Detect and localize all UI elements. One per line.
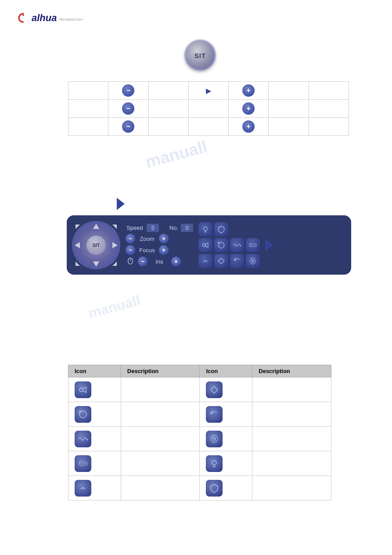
return-icon-btn[interactable]	[230, 254, 244, 268]
table-row: − +	[68, 100, 349, 118]
auto-icon-btn[interactable]	[214, 238, 228, 252]
table-row: − ▶ +	[68, 82, 349, 100]
plus-btn-3[interactable]: +	[242, 120, 255, 133]
no-label: No.	[169, 225, 178, 231]
minus-btn-1[interactable]: −	[122, 84, 134, 97]
focus-minus[interactable]: −	[126, 245, 135, 255]
iris-plus[interactable]: +	[171, 257, 181, 266]
table-row	[68, 427, 331, 451]
shield-icon-btn[interactable]	[214, 222, 228, 236]
flip-h-icon-btn[interactable]	[214, 254, 228, 268]
recycle-icon	[75, 406, 91, 423]
dir-right-arrow	[112, 242, 118, 248]
col-icon1: Icon	[68, 365, 121, 377]
return-icon	[206, 406, 223, 423]
table-row	[68, 451, 331, 476]
directional-pad[interactable]: SIT	[72, 221, 120, 269]
rotate-icon	[75, 480, 91, 497]
svg-marker-2	[76, 261, 80, 266]
zoom-label: Zoom	[138, 236, 156, 242]
brand-tagline: TECHNOLOGY	[58, 18, 83, 22]
dir-left-arrow	[75, 242, 80, 248]
table-row	[68, 402, 331, 427]
col-icon2: Icon	[200, 365, 252, 377]
ptz-panel: SIT Speed 5 No. 0 − Zoom + − Focus +	[67, 215, 351, 275]
sit-label-top: SIT	[194, 52, 206, 59]
speed-label: Speed	[126, 225, 144, 231]
sit-button-top[interactable]: SIT	[184, 40, 216, 71]
svg-marker-0	[76, 225, 80, 229]
zoom-row: − Zoom +	[126, 234, 193, 243]
svg-point-13	[252, 260, 254, 262]
flip-h-icon	[206, 381, 223, 398]
col-desc2: Description	[252, 365, 331, 377]
panel-expand-arrow[interactable]	[265, 239, 273, 251]
iris-label: Iris	[150, 258, 169, 265]
table-row	[68, 377, 331, 402]
minus-btn-2[interactable]: −	[122, 102, 134, 115]
svg-point-6	[204, 227, 207, 230]
plus-btn-2[interactable]: +	[242, 102, 255, 115]
plus-btn-1[interactable]: +	[242, 84, 255, 97]
speed-row: Speed 5 No. 0	[126, 224, 193, 232]
table-header-row: Icon Description Icon Description	[68, 365, 331, 377]
scan-icon	[75, 455, 91, 472]
record-icon-btn[interactable]	[198, 238, 212, 252]
play-arrow-1: ▶	[206, 87, 211, 94]
ptz-controls: Speed 5 No. 0 − Zoom + − Focus + −	[126, 224, 193, 266]
svg-point-9	[203, 243, 206, 247]
dir-dr-arrow	[110, 259, 117, 266]
dir-ur-arrow	[110, 225, 117, 232]
ptz-icon-grid	[198, 222, 260, 268]
svg-point-15	[213, 438, 216, 440]
scan-dashed-icon-btn[interactable]	[246, 238, 260, 252]
speed-value[interactable]: 5	[147, 224, 159, 232]
iris-minus[interactable]: −	[138, 257, 147, 266]
focus-label: Focus	[138, 247, 156, 254]
control-table: − ▶ + − +	[68, 81, 349, 136]
mouse-icon	[126, 257, 135, 266]
gear-icon	[206, 431, 223, 447]
svg-marker-1	[112, 225, 117, 229]
focus-row: − Focus +	[126, 245, 193, 255]
iris-row: − Iris +	[126, 257, 193, 266]
dir-up-arrow	[93, 224, 99, 229]
table-row	[68, 476, 331, 501]
watermark-1: manuall	[144, 137, 209, 172]
col-desc1: Description	[121, 365, 200, 377]
lamp-icon	[206, 455, 223, 472]
wave-icon-btn[interactable]	[230, 238, 244, 252]
gear-icon-btn[interactable]	[246, 254, 260, 268]
minus-btn-3[interactable]: −	[122, 120, 134, 133]
dir-dl-arrow	[76, 259, 83, 266]
blue-arrow-indicator	[117, 198, 125, 210]
svg-point-18	[212, 461, 216, 465]
mouse-svg	[126, 257, 135, 266]
zoom-minus[interactable]: −	[126, 234, 135, 243]
sit-center-button[interactable]: SIT	[86, 236, 106, 255]
logo-icon	[18, 12, 29, 24]
record-icon	[75, 381, 91, 398]
lamp-icon-btn[interactable]	[198, 222, 212, 236]
watermark-2: manuall	[86, 292, 142, 322]
logo: alhua TECHNOLOGY	[18, 12, 83, 24]
focus-plus[interactable]: +	[159, 245, 169, 255]
icon-description-table: Icon Description Icon Description	[68, 365, 331, 501]
no-value[interactable]: 0	[181, 224, 193, 232]
svg-marker-3	[112, 261, 117, 266]
brand-name: alhua	[32, 12, 57, 24]
dir-ul-arrow	[76, 225, 83, 232]
zoom-plus[interactable]: +	[159, 234, 169, 243]
wave-icon	[75, 431, 91, 447]
dir-down-arrow	[93, 261, 99, 267]
svg-point-14	[79, 388, 83, 392]
sit-center-label: SIT	[92, 243, 100, 248]
table-row: − +	[68, 118, 349, 136]
menu-icon-btn[interactable]	[198, 254, 212, 268]
shield-icon	[206, 480, 223, 497]
